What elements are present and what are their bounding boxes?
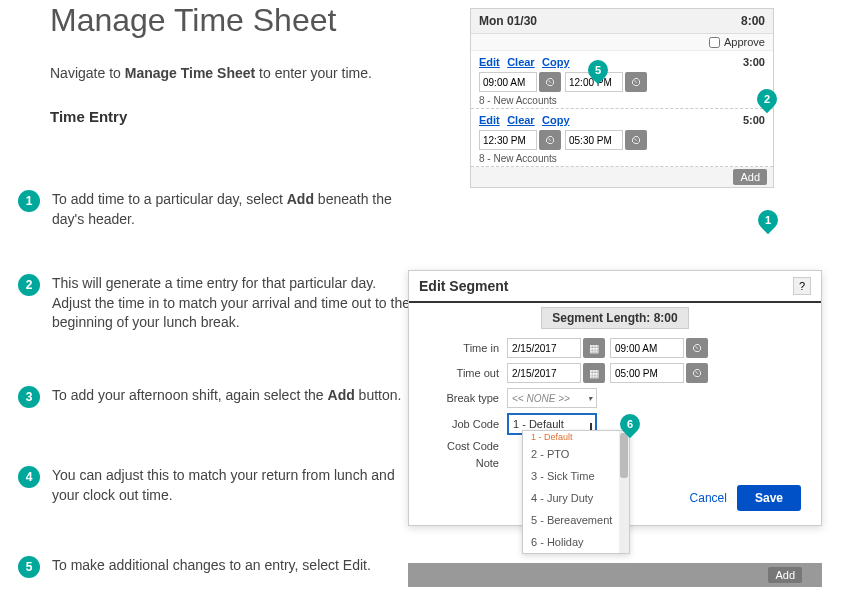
dropdown-option[interactable]: 2 - PTO xyxy=(523,443,629,465)
step-text: You can adjust this to match your return… xyxy=(52,466,418,505)
dropdown-option[interactable]: 3 - Sick Time xyxy=(523,465,629,487)
timesheet-card: Mon 01/30 8:00 Approve Edit Clear Copy 3… xyxy=(470,8,774,188)
timesheet-header: Mon 01/30 8:00 xyxy=(471,9,773,34)
copy-link[interactable]: Copy xyxy=(542,114,570,126)
add-button[interactable]: Add xyxy=(768,567,802,583)
time-out-label: Time out xyxy=(419,367,507,379)
t: To add your afternoon shift, again selec… xyxy=(52,387,328,403)
timesheet-total: 8:00 xyxy=(741,14,765,28)
add-row: Add xyxy=(471,167,773,187)
time-in-label: Time in xyxy=(419,342,507,354)
clear-link[interactable]: Clear xyxy=(507,56,535,68)
step-bullet: 5 xyxy=(18,556,40,578)
job-code-label: Job Code xyxy=(419,418,507,430)
time-out-time[interactable] xyxy=(610,363,684,383)
dropdown-option[interactable]: 5 - Bereavement xyxy=(523,509,629,531)
time-entry: Edit Clear Copy 5:00 ⏲ ⏲ 8 - New Account… xyxy=(471,109,773,167)
entry-job: 8 - New Accounts xyxy=(479,153,765,164)
edit-link[interactable]: Edit xyxy=(479,56,500,68)
clock-icon[interactable]: ⏲ xyxy=(625,72,647,92)
callout-num: 1 xyxy=(765,214,771,226)
dropdown-scrollbar[interactable] xyxy=(619,431,629,553)
time-entry: Edit Clear Copy 3:00 ⏲ ⏲ 8 - New Account… xyxy=(471,51,773,109)
time-in-time[interactable] xyxy=(610,338,684,358)
entry-duration: 5:00 xyxy=(743,114,765,126)
callout-1: 1 xyxy=(754,206,782,234)
intro-text: Navigate to Manage Time Sheet to enter y… xyxy=(50,65,372,81)
callout-num: 6 xyxy=(627,418,633,430)
dialog-title: Edit Segment xyxy=(419,278,508,294)
approve-checkbox[interactable] xyxy=(709,37,720,48)
segment-length-row: Segment Length: 8:00 xyxy=(409,303,821,333)
intro-pre: Navigate to xyxy=(50,65,125,81)
cancel-button[interactable]: Cancel xyxy=(690,491,727,505)
step-text: To add your afternoon shift, again selec… xyxy=(52,386,401,406)
clock-icon[interactable]: ⏲ xyxy=(539,72,561,92)
intro-bold: Manage Time Sheet xyxy=(125,65,255,81)
time-out-input[interactable] xyxy=(565,130,623,150)
dropdown-option[interactable]: 1 - Default xyxy=(523,431,629,443)
intro-post: to enter your time. xyxy=(255,65,372,81)
help-button[interactable]: ? xyxy=(793,277,811,295)
entry-duration: 3:00 xyxy=(743,56,765,68)
clock-icon[interactable]: ⏲ xyxy=(686,363,708,383)
step-bullet: 4 xyxy=(18,466,40,488)
b: Add xyxy=(328,387,355,403)
add-button[interactable]: Add xyxy=(733,169,767,185)
approve-row: Approve xyxy=(471,34,773,51)
entry-links: Edit Clear Copy xyxy=(479,55,574,69)
t: To add time to a particular day, select xyxy=(52,191,287,207)
step-1: 1 To add time to a particular day, selec… xyxy=(18,190,418,229)
time-in-input[interactable] xyxy=(479,72,537,92)
time-in-date[interactable] xyxy=(507,338,581,358)
step-text: To make additional changes to an entry, … xyxy=(52,556,371,576)
callout-num: 5 xyxy=(595,64,601,76)
background-add-bar: Add xyxy=(408,563,822,587)
entry-job: 8 - New Accounts xyxy=(479,95,765,106)
page-title: Manage Time Sheet xyxy=(50,2,336,39)
step-bullet: 1 xyxy=(18,190,40,212)
clear-link[interactable]: Clear xyxy=(507,114,535,126)
clock-icon[interactable]: ⏲ xyxy=(539,130,561,150)
break-type-select[interactable]: << NONE >> xyxy=(507,388,597,408)
timesheet-date: Mon 01/30 xyxy=(479,14,537,28)
clock-icon[interactable]: ⏲ xyxy=(686,338,708,358)
cost-code-label: Cost Code xyxy=(419,440,507,452)
time-in-input[interactable] xyxy=(479,130,537,150)
job-code-dropdown: 1 - Default 2 - PTO 3 - Sick Time 4 - Ju… xyxy=(522,430,630,554)
edit-link[interactable]: Edit xyxy=(479,114,500,126)
section-heading: Time Entry xyxy=(50,108,127,125)
segment-length: Segment Length: 8:00 xyxy=(541,307,688,329)
scrollbar-thumb[interactable] xyxy=(620,433,628,478)
approve-label: Approve xyxy=(724,36,765,48)
entry-links: Edit Clear Copy xyxy=(479,113,574,127)
dropdown-option[interactable]: 6 - Holiday xyxy=(523,531,629,553)
copy-link[interactable]: Copy xyxy=(542,56,570,68)
step-2: 2 This will generate a time entry for th… xyxy=(18,274,418,333)
time-out-date[interactable] xyxy=(507,363,581,383)
callout-num: 2 xyxy=(764,93,770,105)
calendar-icon[interactable]: ▦ xyxy=(583,363,605,383)
step-4: 4 You can adjust this to match your retu… xyxy=(18,466,418,505)
note-label: Note xyxy=(419,457,507,469)
step-3: 3 To add your afternoon shift, again sel… xyxy=(18,386,418,408)
t2: button. xyxy=(355,387,402,403)
step-5: 5 To make additional changes to an entry… xyxy=(18,556,418,578)
step-bullet: 3 xyxy=(18,386,40,408)
break-type-label: Break type xyxy=(419,392,507,404)
step-bullet: 2 xyxy=(18,274,40,296)
b: Add xyxy=(287,191,314,207)
step-text: To add time to a particular day, select … xyxy=(52,190,418,229)
step-text: This will generate a time entry for that… xyxy=(52,274,418,333)
save-button[interactable]: Save xyxy=(737,485,801,511)
calendar-icon[interactable]: ▦ xyxy=(583,338,605,358)
clock-icon[interactable]: ⏲ xyxy=(625,130,647,150)
dropdown-option[interactable]: 4 - Jury Duty xyxy=(523,487,629,509)
